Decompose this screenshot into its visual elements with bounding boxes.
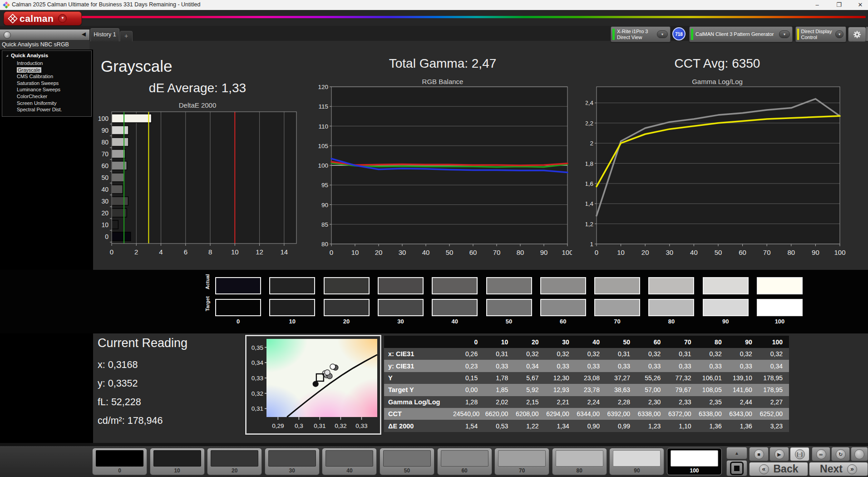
svg-text:1,2: 1,2 (586, 221, 593, 228)
target-swatch-0 (215, 299, 261, 316)
calman-menu-button[interactable]: calman ▼ (4, 11, 82, 25)
table-row: Y0,151,785,6712,3023,0837,2755,2677,3210… (384, 372, 789, 384)
cct-avg-value: CCT Avg: 6350 (586, 56, 849, 71)
sidebar-item-colorchecker[interactable]: ColorChecker (17, 93, 91, 100)
svg-text:60: 60 (469, 248, 477, 256)
workflow-tree: Quick Analysis IntroductionGrayscaleCMS … (2, 50, 92, 117)
continuous-read-button[interactable]: ∞ (812, 447, 830, 461)
deltae-bar-90 (112, 126, 128, 134)
target-swatch-70 (594, 299, 640, 316)
sidebar-item-spectral-power-dist-[interactable]: Spectral Power Dist. (17, 106, 91, 113)
pattern-button-90[interactable]: 90 (609, 448, 664, 475)
pattern-level-label: 100 (667, 467, 721, 474)
restore-button[interactable]: ❐ (831, 0, 847, 10)
minimize-button[interactable]: – (809, 0, 825, 10)
source-status-bar (691, 29, 693, 40)
source-name: CalMAN Client 3 Pattern Generator (695, 31, 774, 37)
play-button[interactable]: ▶ (769, 447, 789, 461)
gamma-loglog-line-chart: 11,21,41,61,822,22,401020304050607080901… (586, 80, 849, 262)
pattern-window-up-button[interactable]: ▲ (726, 447, 747, 459)
close-button[interactable]: ✕ (853, 0, 868, 10)
actual-swatch-20 (324, 277, 370, 294)
svg-text:90: 90 (101, 127, 108, 134)
sidebar-item-grayscale[interactable]: Grayscale (17, 67, 91, 74)
svg-text:0: 0 (330, 248, 333, 256)
pattern-level-label: 50 (380, 467, 434, 474)
pattern-window-button[interactable] (726, 460, 747, 476)
svg-text:30: 30 (666, 248, 673, 256)
actual-swatch-70 (594, 277, 640, 294)
source-dropdown[interactable]: CalMAN Client 3 Pattern Generator ▼ (689, 26, 793, 42)
sidebar-item-luminance-sweeps[interactable]: Luminance Sweeps (17, 86, 91, 93)
back-chevrons-icon: « (759, 464, 769, 474)
deltae-bar-70 (112, 149, 125, 158)
sidebar-item-introduction[interactable]: Introduction (17, 60, 91, 67)
strip-target-label: Target (205, 305, 210, 311)
actual-swatch-90 (703, 277, 749, 294)
calman-logo-text: calman (20, 13, 54, 24)
pattern-window-toggle-button[interactable]: [··] (790, 447, 809, 461)
pattern-button-30[interactable]: 30 (265, 448, 320, 475)
add-tab-button[interactable]: + (120, 31, 133, 41)
actual-swatch-100 (757, 277, 803, 294)
gear-icon (853, 30, 862, 39)
pattern-button-20[interactable]: 20 (207, 448, 262, 475)
expander-icon[interactable] (6, 55, 8, 57)
pattern-button-100[interactable]: 100 (667, 448, 722, 475)
back-button[interactable]: « Back (749, 462, 808, 476)
swatch-level-label: 80 (648, 318, 694, 325)
next-button[interactable]: Next » (809, 462, 868, 476)
svg-text:100: 100 (98, 115, 109, 122)
meter-name: X-Rite i1Pro 3 (617, 29, 648, 35)
table-row: y: CIE310,230,330,340,330,330,330,330,33… (384, 360, 789, 372)
actual-swatch-30 (378, 277, 424, 294)
sidebar-collapse-icon[interactable]: ◀ (82, 31, 86, 37)
actual-swatch-0 (215, 277, 261, 294)
tab-history-1[interactable]: History 1 (90, 28, 119, 41)
svg-text:14: 14 (281, 248, 288, 256)
cie-plot-overlay: 0,350,340,330,320,310,290,30,310,320,33 (247, 336, 380, 433)
svg-text:0,29: 0,29 (272, 422, 284, 429)
pattern-button-70[interactable]: 70 (494, 448, 549, 475)
pattern-button-0[interactable]: 0 (92, 448, 147, 475)
tree-root-quick-analysis[interactable]: Quick Analysis (6, 53, 48, 58)
deltae-bar-30 (112, 197, 128, 205)
sidebar-item-saturation-sweeps[interactable]: Saturation Sweeps (17, 80, 91, 87)
sync-button[interactable]: ↻ (831, 447, 850, 461)
sidebar-item-screen-uniformity[interactable]: Screen Uniformity (17, 100, 91, 107)
pattern-button-40[interactable]: 40 (322, 448, 377, 475)
radio-indicator-icon[interactable] (4, 31, 11, 39)
svg-text:80: 80 (517, 248, 524, 256)
pattern-button-50[interactable]: 50 (380, 448, 434, 475)
pattern-level-label: 70 (495, 467, 549, 474)
display-name: Direct Display Control (801, 29, 836, 40)
chevron-down-icon: ▼ (657, 30, 668, 38)
meter-dropdown[interactable]: X-Rite i1Pro 3 Direct View ▼ (611, 26, 671, 42)
swatch-level-label: 10 (269, 318, 315, 325)
deltae-2000-bar-chart: 024681012141009080706050403020100 (95, 109, 300, 259)
sync-icon: ↻ (836, 449, 846, 459)
display-control-dropdown[interactable]: Direct Display Control ▼ (795, 26, 846, 42)
rainbow-divider (71, 16, 866, 18)
pattern-button-60[interactable]: 60 (437, 448, 492, 475)
settings-button[interactable] (848, 27, 866, 42)
swatch-level-label: 20 (324, 318, 370, 325)
pattern-button-10[interactable]: 10 (150, 448, 205, 475)
blank-circle-icon (854, 449, 864, 459)
menu-bar: calman ▼ (0, 10, 868, 26)
target-swatch-20 (324, 299, 370, 316)
target-swatch-50 (486, 299, 532, 316)
title-bar: Calman 2025 Calman Ultimate for Business… (0, 0, 868, 10)
stop-button[interactable]: ■ (749, 447, 769, 461)
pattern-swatch (96, 450, 143, 467)
rgb-balance-line-chart: 8085909510010511011512001020304050607080… (313, 80, 572, 262)
pattern-button-80[interactable]: 80 (552, 448, 607, 475)
svg-text:120: 120 (318, 84, 328, 90)
de-average-value: dE Average: 1,33 (95, 81, 300, 95)
deltae-chart-title: DeltaE 2000 (95, 101, 300, 109)
read-button[interactable] (851, 447, 868, 461)
meter-count-badge[interactable]: 718 (672, 27, 686, 40)
toolbar-collapse-button[interactable] (866, 27, 868, 41)
sidebar-item-cms-calibration[interactable]: CMS Calibration (17, 73, 91, 80)
svg-text:2,2: 2,2 (586, 120, 593, 127)
